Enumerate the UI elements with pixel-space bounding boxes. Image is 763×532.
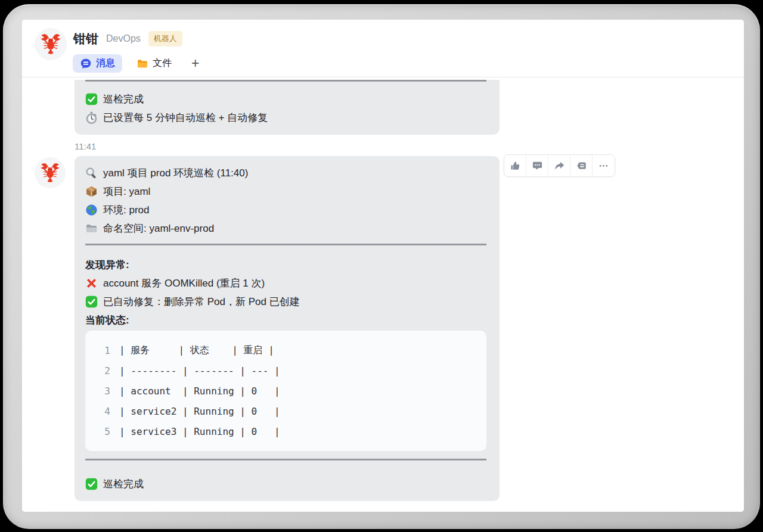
stopwatch-icon (85, 111, 98, 124)
message-list: 巡检完成 已设置每 5 分钟自动巡检 + 自动修复 (22, 78, 744, 512)
bot-subtitle: DevOps (106, 33, 141, 44)
cross-mark-icon (85, 277, 98, 290)
quote-reply-icon (576, 160, 587, 172)
status-title: 当前状态: (85, 311, 486, 329)
code-text: | -------- | ------- | --- | (119, 365, 280, 377)
lobster-icon (39, 161, 61, 184)
message-action-toolbar (504, 154, 615, 177)
message-text: 已设置每 5 分钟自动巡检 + 自动修复 (103, 111, 268, 125)
message-text: 已自动修复：删除异常 Pod，新 Pod 已创建 (103, 295, 300, 309)
chat-bubble-icon (80, 58, 92, 70)
markdown-divider (85, 80, 486, 82)
quote-reply-button[interactable] (570, 155, 593, 176)
bot-avatar[interactable] (35, 28, 67, 60)
markdown-divider (85, 459, 486, 461)
tab-messages-label: 消息 (96, 57, 115, 70)
like-button[interactable] (504, 155, 526, 176)
message-line: 命名空间: yaml-env-prod (85, 219, 486, 238)
check-mark-icon (85, 93, 98, 105)
app-window: 钳钳 DevOps 机器人 消息 (22, 20, 744, 512)
tab-messages[interactable]: 消息 (73, 54, 122, 73)
more-icon (598, 160, 609, 172)
message-line: yaml 项目 prod 环境巡检 (11:40) (85, 164, 486, 182)
message-line: 项目: yaml (85, 182, 486, 201)
message-line: 已设置每 5 分钟自动巡检 + 自动修复 (85, 108, 486, 127)
code-text: | service2 | Running | 0 | (119, 406, 280, 417)
magnifier-icon (85, 167, 98, 179)
tab-files[interactable]: 文件 (129, 54, 179, 73)
folder-icon (137, 58, 148, 70)
gray-folder-icon (85, 222, 98, 235)
code-line: 3 | account | Running | 0 | (85, 381, 486, 401)
message-line: 巡检完成 (85, 90, 486, 108)
forward-button[interactable] (548, 155, 570, 176)
bot-name: 钳钳 (73, 30, 98, 47)
check-mark-icon (85, 295, 98, 308)
code-text: | account | Running | 0 | (119, 385, 280, 397)
globe-icon (85, 204, 98, 216)
line-number: 4 (85, 406, 110, 417)
more-button[interactable] (593, 155, 615, 176)
comment-button[interactable] (526, 155, 548, 176)
message-line: 已自动修复：删除异常 Pod，新 Pod 已创建 (85, 293, 486, 311)
bot-message-bubble: yaml 项目 prod 环境巡检 (11:40) 项目: yaml (75, 156, 500, 501)
timestamp: 11:41 (75, 141, 744, 152)
line-number: 2 (85, 365, 110, 377)
message-text: 环境: prod (103, 203, 149, 217)
message-text: account 服务 OOMKilled (重启 1 次) (103, 276, 265, 290)
code-line: 1 | 服务 | 状态 | 重启 | (85, 340, 486, 360)
comment-icon (532, 160, 543, 172)
alert-title: 发现异常: (85, 256, 486, 274)
line-number: 1 (85, 345, 110, 356)
code-text: | service3 | Running | 0 | (119, 426, 280, 437)
chat-header: 钳钳 DevOps 机器人 消息 (22, 20, 744, 77)
bot-message-bubble-partial: 巡检完成 已设置每 5 分钟自动巡检 + 自动修复 (75, 80, 500, 135)
message-text: 项目: yaml (103, 185, 150, 198)
bot-avatar[interactable] (35, 157, 66, 188)
forward-arrow-icon (554, 160, 565, 172)
message-text: 巡检完成 (103, 477, 144, 491)
code-line: 5 | service3 | Running | 0 | (85, 421, 486, 441)
add-tab-button[interactable]: + (186, 54, 204, 73)
code-text: | 服务 | 状态 | 重启 | (119, 344, 274, 357)
lobster-icon (39, 32, 63, 56)
line-number: 5 (85, 426, 110, 437)
message-line: 环境: prod (85, 201, 486, 219)
code-block: 1 | 服务 | 状态 | 重启 | 2 | -------- | ------… (85, 331, 486, 451)
code-line: 4 | service2 | Running | 0 | (85, 401, 486, 421)
message-text: 巡检完成 (103, 92, 144, 106)
tab-files-label: 文件 (153, 57, 172, 70)
code-line: 2 | -------- | ------- | --- | (85, 360, 486, 381)
message-text: 命名空间: yaml-env-prod (103, 222, 214, 235)
robot-badge: 机器人 (148, 31, 182, 46)
thumbs-up-icon (510, 160, 521, 172)
message-line: 巡检完成 (85, 475, 486, 493)
message-text: yaml 项目 prod 环境巡检 (11:40) (103, 166, 248, 180)
message-line: account 服务 OOMKilled (重启 1 次) (85, 274, 486, 293)
markdown-divider (85, 244, 486, 245)
tab-bar: 消息 文件 + (73, 54, 204, 73)
package-icon (85, 185, 98, 198)
bot-message-row: yaml 项目 prod 环境巡检 (11:40) 项目: yaml (22, 156, 744, 501)
line-number: 3 (85, 385, 110, 397)
check-mark-icon (85, 478, 98, 490)
